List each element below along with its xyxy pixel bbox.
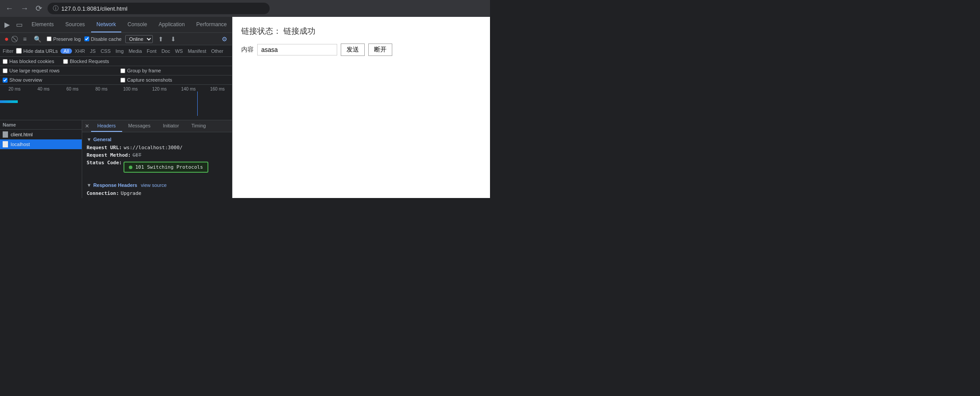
use-large-rows-checkbox[interactable]	[3, 68, 8, 73]
devtools-toolbar: ▶ ▭ Elements Sources Network Console App…	[0, 17, 232, 33]
upload-icon[interactable]: ⬆	[156, 35, 165, 44]
info-icon: ⓘ	[53, 4, 59, 12]
timeline-cursor	[197, 91, 198, 116]
has-blocked-cookies-label[interactable]: Has blocked cookies	[3, 59, 54, 64]
tab-sources[interactable]: Sources	[60, 17, 90, 32]
filter-all-btn[interactable]: All	[60, 48, 72, 54]
name-header: Name	[0, 120, 82, 130]
clear-button[interactable]: ⃠	[14, 34, 18, 44]
tab-elements[interactable]: Elements	[26, 17, 59, 32]
filter-img-btn[interactable]: Img	[113, 48, 126, 54]
tab-messages[interactable]: Messages	[122, 120, 157, 132]
filter-toggle-button[interactable]: ≡	[21, 35, 28, 44]
response-headers-section: ▼ Response Headers view source Connectio…	[82, 178, 232, 198]
connection-row: Connection: Upgrade	[87, 190, 227, 197]
timeline-label-6: 140 ms	[174, 87, 203, 91]
address-text: 127.0.0.1:8081/client.html	[61, 5, 127, 12]
filter-doc-btn[interactable]: Doc	[159, 48, 172, 54]
filter-media-btn[interactable]: Media	[126, 48, 144, 54]
timeline-label-7: 160 ms	[203, 87, 232, 91]
filter-ws-btn[interactable]: WS	[173, 48, 185, 54]
timeline-label-1: 40 ms	[29, 87, 58, 91]
response-arrow: ▼	[87, 182, 92, 188]
filter-js-btn[interactable]: JS	[88, 48, 98, 54]
tab-timing[interactable]: Timing	[185, 120, 212, 132]
list-item-localhost[interactable]: localhost	[0, 139, 82, 149]
status-dot	[129, 166, 132, 169]
use-large-rows-label[interactable]: Use large request rows	[3, 68, 112, 73]
record-button[interactable]: ●	[3, 34, 11, 44]
show-overview-label[interactable]: Show overview	[3, 77, 112, 83]
disable-cache-checkbox[interactable]	[84, 36, 89, 41]
detail-pane: ✕ Headers Messages Initiator Timing ▼ Ge…	[82, 120, 232, 198]
devtools-panel: ▶ ▭ Elements Sources Network Console App…	[0, 17, 232, 198]
forward-button[interactable]: →	[19, 2, 30, 15]
client-html-label: client.html	[11, 132, 33, 137]
preserve-log-label[interactable]: Preserve log	[47, 36, 81, 42]
ws-icon	[3, 141, 8, 147]
tab-performance[interactable]: Performance	[191, 17, 232, 32]
filter-other-btn[interactable]: Other	[209, 48, 226, 54]
timeline-label-4: 100 ms	[116, 87, 145, 91]
network-settings-icon[interactable]: ⚙	[220, 35, 229, 44]
has-blocked-cookies-checkbox[interactable]	[3, 59, 8, 64]
localhost-label: localhost	[11, 142, 30, 147]
preserve-log-checkbox[interactable]	[47, 36, 52, 41]
show-overview-checkbox[interactable]	[3, 78, 8, 83]
timeline-labels: 20 ms 40 ms 60 ms 80 ms 100 ms 120 ms 14…	[0, 85, 232, 91]
disconnect-button[interactable]: 断开	[368, 44, 392, 56]
hide-data-urls-label[interactable]: Hide data URLs	[16, 48, 58, 54]
content-input[interactable]	[257, 44, 337, 55]
timeline-area	[0, 91, 232, 116]
general-arrow: ▼	[87, 137, 92, 142]
panel-title: 链接状态： 链接成功	[241, 26, 481, 36]
filter-bar: Filter Hide data URLs All XHR JS CSS Img…	[0, 45, 232, 57]
tab-console[interactable]: Console	[122, 17, 152, 32]
general-section: ▼ General Request URL: ws://localhost:30…	[82, 132, 232, 178]
tab-headers[interactable]: Headers	[91, 120, 122, 132]
filter-css-btn[interactable]: CSS	[98, 48, 113, 54]
blocked-requests-label[interactable]: Blocked Requests	[63, 59, 109, 64]
detail-close-button[interactable]: ✕	[82, 120, 92, 132]
filter-label: Filter	[3, 48, 13, 54]
view-source-link[interactable]: view source	[141, 182, 167, 188]
throttle-select[interactable]: Online	[125, 35, 153, 43]
filter-xhr-btn[interactable]: XHR	[72, 48, 87, 54]
device-icon[interactable]: ▭	[13, 19, 25, 31]
download-icon[interactable]: ⬇	[169, 35, 178, 44]
response-headers-title: ▼ Response Headers	[87, 181, 137, 190]
hide-data-urls-checkbox[interactable]	[16, 48, 22, 54]
disable-cache-label[interactable]: Disable cache	[84, 36, 122, 42]
group-by-frame-label[interactable]: Group by frame	[120, 68, 229, 73]
network-toolbar: ● ⃠ ≡ 🔍 Preserve log Disable cache Onlin…	[0, 33, 232, 45]
list-item-client-html[interactable]: client.html	[0, 130, 82, 139]
checkbox-row-2: Use large request rows Group by frame	[0, 66, 232, 75]
name-pane: Name client.html localhost	[0, 120, 82, 198]
capture-screenshots-label[interactable]: Capture screenshots	[120, 77, 229, 83]
pointer-icon[interactable]: ▶	[2, 19, 12, 31]
reload-button[interactable]: ⟳	[34, 2, 44, 15]
filter-manifest-btn[interactable]: Manifest	[186, 48, 209, 54]
request-url-row: Request URL: ws://localhost:3000/	[87, 144, 227, 151]
request-method-key: Request Method:	[87, 152, 131, 158]
tab-network[interactable]: Network	[91, 17, 121, 32]
status-code-val: 101 Switching Protocols	[135, 164, 203, 170]
group-by-frame-checkbox[interactable]	[120, 68, 125, 73]
tab-initiator[interactable]: Initiator	[157, 120, 185, 132]
timeline-label-0: 20 ms	[0, 87, 29, 91]
browser-chrome: ← → ⟳ ⓘ 127.0.0.1:8081/client.html	[0, 0, 490, 17]
status-code-key: Status Code:	[87, 160, 122, 174]
timeline-label-3: 80 ms	[87, 87, 116, 91]
back-button[interactable]: ←	[4, 2, 15, 15]
connection-val: Upgrade	[121, 190, 141, 196]
blocked-requests-checkbox[interactable]	[63, 59, 68, 64]
capture-screenshots-checkbox[interactable]	[120, 78, 125, 83]
input-row: 内容 发送 断开	[241, 44, 481, 56]
send-button[interactable]: 发送	[341, 44, 365, 56]
tab-application[interactable]: Application	[153, 17, 190, 32]
status-code-row: Status Code: 101 Switching Protocols	[87, 159, 227, 175]
checkbox-row-3: Show overview Capture screenshots	[0, 75, 232, 85]
filter-font-btn[interactable]: Font	[144, 48, 159, 54]
file-icon	[3, 131, 8, 138]
search-button[interactable]: 🔍	[32, 35, 43, 44]
